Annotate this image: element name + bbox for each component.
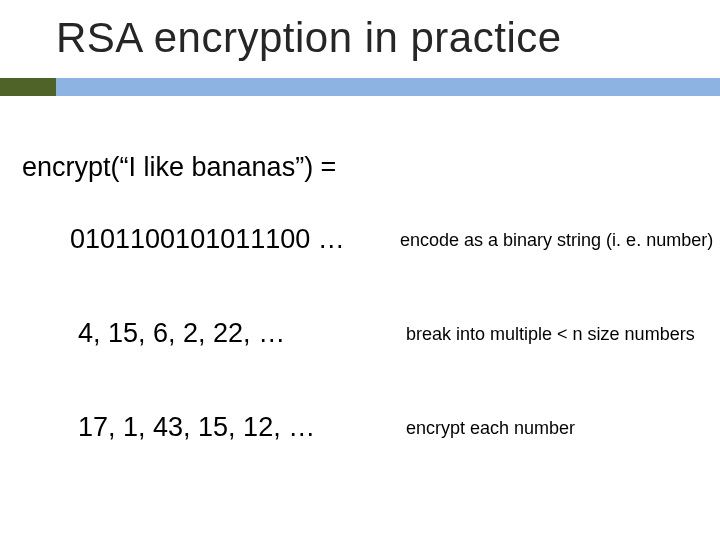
step-row-1: 0101100101011100 … encode as a binary st…	[70, 224, 710, 255]
title-block: RSA encryption in practice	[56, 14, 700, 62]
step-2-value: 4, 15, 6, 2, 22, …	[78, 318, 398, 349]
accent-bar	[0, 78, 720, 96]
accent-bar-short	[0, 78, 56, 96]
encrypt-expression: encrypt(“I like bananas”) =	[22, 152, 336, 183]
step-row-3: 17, 1, 43, 15, 12, … encrypt each number	[78, 412, 718, 443]
step-1-value: 0101100101011100 …	[70, 224, 390, 255]
accent-bar-long	[56, 78, 720, 96]
slide-title: RSA encryption in practice	[56, 14, 700, 62]
step-row-2: 4, 15, 6, 2, 22, … break into multiple <…	[78, 318, 718, 349]
step-3-note: encrypt each number	[406, 418, 575, 439]
slide: RSA encryption in practice encrypt(“I li…	[0, 0, 720, 540]
step-2-note: break into multiple < n size numbers	[406, 324, 695, 345]
step-1-note: encode as a binary string (i. e. number)	[400, 230, 713, 251]
step-3-value: 17, 1, 43, 15, 12, …	[78, 412, 398, 443]
